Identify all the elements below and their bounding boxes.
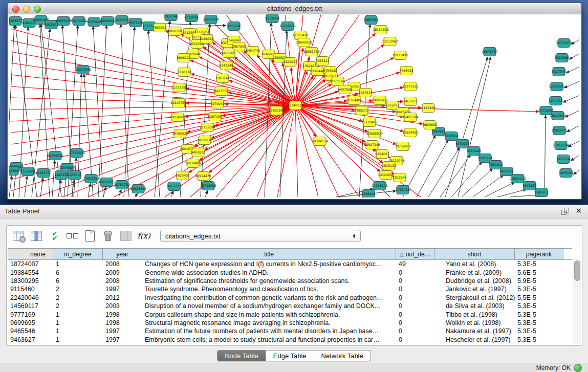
graph-node[interactable]: 1822037 xyxy=(283,58,297,67)
tab-network-table[interactable]: Network Table xyxy=(314,351,371,361)
graph-node[interactable]: 8471676 xyxy=(499,167,514,176)
table-row[interactable]: 911546021997Tourette syndrome. Phenomeno… xyxy=(8,285,572,293)
graph-node[interactable]: 16033809 xyxy=(203,15,219,24)
graph-node[interactable]: 1527802 xyxy=(87,18,101,27)
graph-node[interactable]: 2887682 xyxy=(364,16,378,25)
graph-node[interactable]: 12353594 xyxy=(199,123,215,132)
graph-node[interactable]: 3024514 xyxy=(358,89,373,97)
graph-node[interactable]: 9684067 xyxy=(375,150,389,159)
graph-node[interactable]: 9699695 xyxy=(423,121,437,129)
network-window[interactable]: citations_edges.txt 24055729106217208914… xyxy=(7,3,582,200)
graph-node[interactable]: 10688609 xyxy=(366,129,383,138)
graph-node[interactable]: 10654985 xyxy=(169,113,186,122)
graph-node[interactable]: 1115688 xyxy=(20,167,35,176)
graph-node[interactable]: 12975115 xyxy=(402,82,419,91)
table-row[interactable]: 1938455462009Genome-wide association stu… xyxy=(8,268,572,276)
graph-node[interactable]: 8513054 xyxy=(184,14,199,22)
graph-node[interactable]: 1244415 xyxy=(549,97,563,105)
table-row[interactable]: 2242004622012Investigating the contribut… xyxy=(8,294,572,302)
delete-trash-icon[interactable] xyxy=(101,229,115,243)
graph-node[interactable]: 19654923 xyxy=(402,128,419,137)
graph-node[interactable]: 2718120 xyxy=(177,68,191,77)
graph-node[interactable]: 6497568 xyxy=(338,85,352,94)
graph-node[interactable]: 12213967 xyxy=(382,37,398,46)
graph-node[interactable]: 14136141 xyxy=(372,182,388,190)
graph-node[interactable]: 9329966 xyxy=(555,54,569,62)
table-row[interactable]: 1456911722003Disruption of a novel membe… xyxy=(8,302,572,310)
graph-node[interactable]: 5675885 xyxy=(222,49,236,58)
graph-node[interactable]: 10655287 xyxy=(55,17,72,26)
graph-node[interactable]: 8938924 xyxy=(444,132,459,141)
graph-node[interactable]: 20053346 xyxy=(75,65,91,74)
graph-node[interactable]: 16154808 xyxy=(373,26,389,34)
graph-node[interactable]: 1815132 xyxy=(382,162,396,170)
graph-node[interactable]: 9896121 xyxy=(177,54,191,62)
table-settings-icon[interactable] xyxy=(12,229,25,243)
graph-node[interactable]: 1167534 xyxy=(556,155,571,164)
graph-node[interactable]: 17016504 xyxy=(553,141,569,150)
row-height-icon[interactable] xyxy=(66,229,79,243)
graph-node[interactable]: 1733426 xyxy=(396,186,410,194)
graph-node[interactable]: 16914479 xyxy=(195,172,211,181)
float-panel-icon[interactable] xyxy=(561,208,569,214)
table-row[interactable]: 969969511998Structural magnetic resonanc… xyxy=(8,319,572,327)
graph-node[interactable]: 10973493 xyxy=(392,51,408,60)
graph-node[interactable]: 8813054 xyxy=(265,14,279,23)
graph-node[interactable]: 16210643 xyxy=(550,112,566,120)
table-row[interactable]: 1830029562008Estimation of significance … xyxy=(8,277,572,285)
graph-node[interactable]: 10958107 xyxy=(98,178,115,187)
network-window-titlebar[interactable]: citations_edges.txt xyxy=(8,3,581,14)
table-row[interactable]: 946554611997Estimation of the future num… xyxy=(8,327,572,335)
graph-node[interactable]: 7663822 xyxy=(153,24,167,32)
graph-node[interactable]: 2522544 xyxy=(393,173,407,182)
graph-node[interactable]: 12923448 xyxy=(130,185,146,193)
graph-node[interactable]: 9857771 xyxy=(167,182,181,191)
graph-node[interactable]: 9493822 xyxy=(191,148,205,157)
graph-node[interactable]: 19384554 xyxy=(312,137,328,146)
graph-node[interactable]: 10107554 xyxy=(170,99,187,107)
tab-edge-table[interactable]: Edge Table xyxy=(266,351,314,361)
graph-node[interactable]: 2803144 xyxy=(215,74,230,83)
table-row[interactable]: 977716911998Corpus callosum shape and si… xyxy=(8,310,572,318)
graph-node[interactable]: 12218506 xyxy=(279,22,296,31)
function-builder-icon[interactable]: f(x) xyxy=(137,229,150,243)
table-row[interactable]: 946362711997Embryonic stem cells: a mode… xyxy=(8,336,572,344)
graph-node[interactable]: 16648784 xyxy=(482,48,498,56)
close-panel-icon[interactable]: ✕ xyxy=(575,206,582,215)
graph-node[interactable]: 9245653 xyxy=(534,188,549,197)
select-rows-icon[interactable]: ✔✔ xyxy=(48,229,61,243)
tab-node-table[interactable]: Node Table xyxy=(217,351,266,361)
graph-node[interactable]: 16671388 xyxy=(127,18,144,27)
graph-node[interactable]: 79756928 xyxy=(395,142,411,151)
graph-node[interactable]: 16939489 xyxy=(185,159,201,168)
graph-node[interactable]: 1505135 xyxy=(68,171,82,180)
graph-node[interactable]: 9242848 xyxy=(219,61,233,70)
graph-node[interactable]: 14524851 xyxy=(378,171,394,180)
graph-node[interactable]: 17359928 xyxy=(69,149,85,158)
graph-node[interactable]: 6466160 xyxy=(100,17,115,26)
graph-node[interactable]: 391594 xyxy=(9,167,18,176)
graph-node[interactable]: 9227349 xyxy=(552,68,566,76)
graph-node[interactable]: 15274802 xyxy=(71,17,87,26)
column-header-year[interactable]: year xyxy=(103,249,142,259)
memory-status-indicator[interactable] xyxy=(574,364,582,372)
graph-node[interactable]: 8990448 xyxy=(310,67,324,76)
graph-node[interactable]: 8427552 xyxy=(214,87,228,96)
column-header-out_de[interactable]: △out_de… xyxy=(396,249,434,259)
nodes-group[interactable]: 2405572910621720891406196351110655287152… xyxy=(9,14,573,198)
graph-node[interactable]: 1043105 xyxy=(559,169,573,178)
graph-node[interactable]: 15751074 xyxy=(556,39,572,48)
graph-node[interactable]: 18640910 xyxy=(296,38,312,47)
graph-node[interactable]: 12342757 xyxy=(35,169,52,178)
graph-node[interactable]: 6479197 xyxy=(455,140,470,148)
graph-node[interactable]: 16782759 xyxy=(114,181,130,189)
graph-node[interactable]: 8960128 xyxy=(168,27,182,36)
graph-node[interactable]: 18907249 xyxy=(364,141,380,149)
resize-grip[interactable] xyxy=(9,14,15,20)
graph-node[interactable]: 7986372 xyxy=(355,106,369,115)
graph-node[interactable]: 2036448 xyxy=(361,190,376,198)
column-header-name[interactable]: name xyxy=(8,249,53,259)
graph-node[interactable]: 9115460 xyxy=(421,104,435,113)
table-panel-header[interactable]: Table Panel ✕ xyxy=(0,205,588,218)
graph-node[interactable]: 8267150 xyxy=(208,113,222,121)
